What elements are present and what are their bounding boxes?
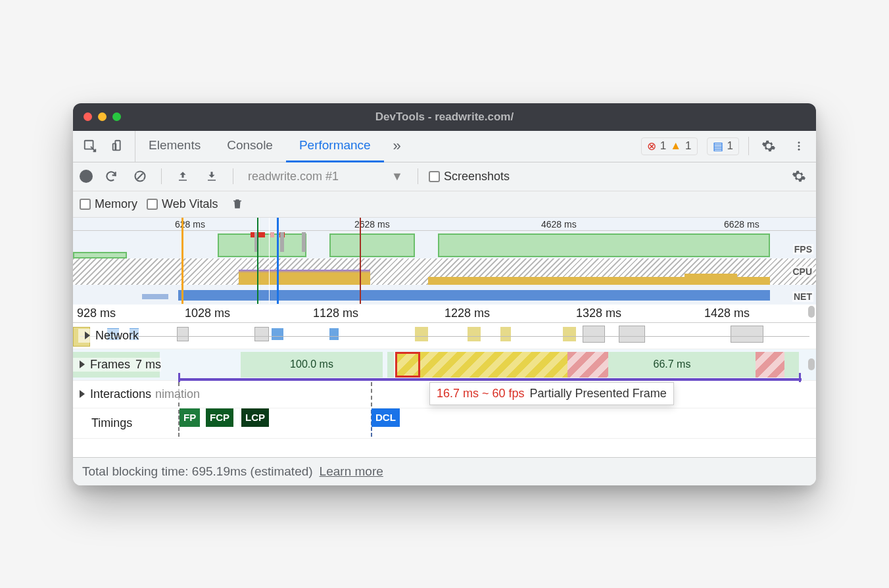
timings-track[interactable]: FP FCP LCP DCL Timings xyxy=(73,408,816,439)
selected-frame[interactable] xyxy=(395,352,420,378)
frame-block[interactable] xyxy=(608,352,625,378)
frame-block[interactable] xyxy=(420,352,567,378)
separator xyxy=(418,168,418,184)
blocking-time-text: Total blocking time: 695.19ms (estimated… xyxy=(82,464,313,479)
marker-green xyxy=(257,218,258,304)
ruler-tick: 1328 ms xyxy=(576,306,621,320)
memory-label: Memory xyxy=(95,197,137,211)
memory-checkbox[interactable]: Memory xyxy=(80,197,137,211)
scrollbar[interactable] xyxy=(808,358,815,370)
tooltip-desc: Partially Presented Frame xyxy=(530,387,667,401)
ruler-tick: 1128 ms xyxy=(313,306,358,320)
interactions-track[interactable]: Interactions nimation 16.7 ms ~ 60 fps P… xyxy=(73,381,816,408)
frame-duration: 100.0 ms xyxy=(290,358,333,370)
capture-settings-icon[interactable] xyxy=(788,166,809,187)
frame-duration: 66.7 ms xyxy=(654,358,691,370)
garbage-collect-icon[interactable] xyxy=(227,193,248,214)
kebab-menu-icon[interactable] xyxy=(788,135,809,157)
minimize-window-button[interactable] xyxy=(98,112,107,121)
scrollbar[interactable] xyxy=(808,306,815,318)
timing-fcp[interactable]: FCP xyxy=(206,408,233,427)
timings-track-header[interactable]: Timings xyxy=(73,416,132,430)
timing-fp[interactable]: FP xyxy=(180,408,200,427)
inspect-element-icon[interactable] xyxy=(80,135,101,157)
ruler-tick: 1428 ms xyxy=(704,306,750,320)
reload-button[interactable] xyxy=(101,166,122,187)
dropdown-caret-icon: ▼ xyxy=(391,170,403,184)
checkbox-icon xyxy=(80,199,91,210)
expand-icon xyxy=(80,390,85,398)
tab-console[interactable]: Console xyxy=(214,131,286,162)
maximize-window-button[interactable] xyxy=(112,112,121,121)
settings-icon[interactable] xyxy=(758,135,779,157)
ruler-tick: 1228 ms xyxy=(445,306,490,320)
frames-track-header[interactable]: Frames 7 ms xyxy=(73,358,161,372)
frame-block[interactable]: 100.0 ms xyxy=(241,352,383,378)
cpu-label: CPU xyxy=(791,266,813,277)
tab-elements[interactable]: Elements xyxy=(135,131,214,162)
selection-start-marker[interactable] xyxy=(181,218,183,304)
download-profile-icon[interactable] xyxy=(201,166,222,187)
frame-block[interactable] xyxy=(756,352,784,378)
frames-track[interactable]: 100.0 ms 66.7 ms Frames xyxy=(73,349,816,381)
titlebar: DevTools - readwrite.com/ xyxy=(73,103,816,131)
error-icon: ⊗ xyxy=(647,139,656,153)
frame-block[interactable] xyxy=(387,352,394,378)
timing-dcl[interactable]: DCL xyxy=(372,408,400,427)
panel-tabs: Elements Console Performance » xyxy=(135,131,410,162)
track-name: Interactions xyxy=(90,387,151,401)
frame-block[interactable] xyxy=(738,352,756,378)
overview-ruler: 628 ms 2628 ms 4628 ms 6628 ms xyxy=(73,218,816,231)
recording-selector[interactable]: readwrite.com #1 ▼ xyxy=(244,170,407,184)
first-frame-label: 7 ms xyxy=(135,358,161,372)
device-toggle-icon[interactable] xyxy=(107,135,128,157)
fps-label: FPS xyxy=(793,244,813,255)
expand-icon xyxy=(80,360,85,368)
webvitals-checkbox[interactable]: Web Vitals xyxy=(147,197,218,211)
network-track-header[interactable]: Network xyxy=(78,329,139,343)
svg-point-4 xyxy=(798,145,800,147)
interactions-track-header[interactable]: Interactions nimation xyxy=(73,387,200,401)
overview-tick: 4628 ms xyxy=(541,219,577,230)
separator xyxy=(161,168,162,184)
track-name: Timings xyxy=(91,416,132,430)
frame-block[interactable] xyxy=(784,352,799,378)
summary-footer: Total blocking time: 695.19ms (estimated… xyxy=(73,457,816,485)
svg-point-3 xyxy=(798,141,800,143)
checkbox-icon xyxy=(147,199,158,210)
svg-rect-2 xyxy=(113,143,116,150)
message-count: 1 xyxy=(727,139,733,153)
timing-lcp[interactable]: LCP xyxy=(241,408,269,427)
learn-more-link[interactable]: Learn more xyxy=(320,464,383,479)
frame-tooltip: 16.7 ms ~ 60 fps Partially Presented Fra… xyxy=(429,382,674,405)
performance-toolbar: readwrite.com #1 ▼ Screenshots xyxy=(73,162,816,191)
main-tabbar: Elements Console Performance » ⊗ 1 ▲ 1 ▤… xyxy=(73,131,816,162)
error-count: 1 xyxy=(660,139,666,153)
tooltip-time: 16.7 ms ~ 60 fps xyxy=(437,387,525,401)
warning-icon: ▲ xyxy=(670,139,681,153)
close-window-button[interactable] xyxy=(84,112,92,121)
screenshots-checkbox[interactable]: Screenshots xyxy=(429,170,510,184)
network-track[interactable]: Network xyxy=(73,323,816,349)
overview-pane[interactable]: 628 ms 2628 ms 4628 ms 6628 ms FPS CPU N… xyxy=(73,218,816,305)
svg-point-5 xyxy=(798,149,800,151)
expand-icon xyxy=(85,331,90,339)
record-button[interactable] xyxy=(80,170,93,183)
flamechart-pane[interactable]: 928 ms 1028 ms 1128 ms 1228 ms 1328 ms 1… xyxy=(73,305,816,457)
more-tabs-button[interactable]: » xyxy=(384,131,410,162)
tab-performance[interactable]: Performance xyxy=(286,131,384,162)
frame-block[interactable] xyxy=(567,352,608,378)
error-warning-group[interactable]: ⊗ 1 ▲ 1 xyxy=(641,137,698,155)
timeline-ruler: 928 ms 1028 ms 1128 ms 1228 ms 1328 ms 1… xyxy=(73,305,816,323)
warning-count: 1 xyxy=(685,139,691,153)
clear-button[interactable] xyxy=(130,166,151,187)
frame-block[interactable] xyxy=(719,352,738,378)
messages-group[interactable]: ▤ 1 xyxy=(707,137,739,155)
recording-label: readwrite.com #1 xyxy=(248,170,339,184)
screenshots-label: Screenshots xyxy=(444,170,510,184)
frame-block[interactable]: 66.7 ms xyxy=(625,352,719,378)
divider xyxy=(748,137,749,155)
marker-white xyxy=(269,218,270,304)
ruler-tick: 928 ms xyxy=(77,306,116,320)
upload-profile-icon[interactable] xyxy=(172,166,193,187)
